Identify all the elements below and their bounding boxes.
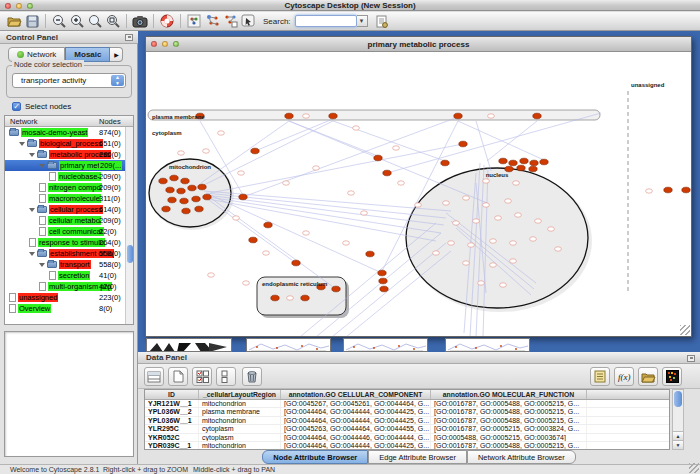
scroll-up-button[interactable]: ▲ — [673, 431, 683, 440]
select-nodes-checkbox[interactable]: ✓ — [12, 102, 21, 111]
tree-row-node-count: 264(0) — [99, 238, 121, 247]
birdseye-view[interactable] — [4, 331, 134, 457]
select-mode-button[interactable] — [239, 13, 257, 29]
tab-node-attribute-browser[interactable]: Node Attribute Browser — [262, 450, 368, 464]
advanced-search-button[interactable] — [373, 13, 391, 29]
tree-row[interactable]: multi-organism pro42(0) — [5, 281, 133, 292]
table-cell: cytoplasm — [199, 434, 281, 441]
tree-row[interactable]: macromolecule311(0) — [5, 193, 133, 204]
disclosure-triangle-icon[interactable] — [39, 164, 45, 168]
table-scrollbar[interactable]: ▲ ▼ — [672, 389, 684, 450]
tree-row[interactable]: nitrogen compo209(0) — [5, 182, 133, 193]
tree-row-node-count: 558(0) — [99, 249, 121, 258]
tree-row[interactable]: cellular process614(0) — [5, 204, 133, 215]
table-cell-filler — [587, 400, 669, 407]
open-file-button[interactable] — [5, 13, 23, 29]
file-icon — [29, 238, 36, 247]
create-attribute-button[interactable] — [168, 367, 188, 386]
disclosure-triangle-icon[interactable] — [29, 208, 35, 212]
column-header[interactable]: annotation.GO MOLECULAR_FUNCTION — [431, 390, 587, 399]
tree-row[interactable]: establishment of lo558(0) — [5, 248, 133, 259]
tree-row-label: mosaic-demo-yeast — [21, 128, 88, 137]
disclosure-triangle-icon[interactable] — [19, 142, 25, 146]
folder-icon — [47, 162, 57, 169]
window-titlebar[interactable]: Cytoscape Desktop (New Session) — [0, 0, 700, 11]
tree-row[interactable]: primary metabo209(... — [5, 160, 133, 171]
table-row[interactable]: YPL036W__2plasma membrane[GO:0044464, GO… — [145, 408, 669, 416]
zoom-selected-button[interactable] — [86, 13, 104, 29]
tree-row[interactable]: secretion41(0) — [5, 270, 133, 281]
tree-row[interactable]: biological_process651(0) — [5, 138, 133, 149]
attribute-table-header[interactable]: ID_cellularLayoutRegionannotation.GO CEL… — [145, 390, 669, 400]
save-session-button[interactable] — [23, 13, 41, 29]
matrix-view-button[interactable] — [662, 367, 682, 386]
zoom-fit-button[interactable] — [104, 13, 122, 29]
delete-attribute-button[interactable] — [242, 367, 262, 386]
tree-row[interactable]: cell communicat22(0) — [5, 226, 133, 237]
network-editor-button[interactable] — [221, 13, 239, 29]
background-window-sliver[interactable] — [445, 338, 530, 352]
table-row[interactable]: YLR295Ccytoplasm[GO:0045263, GO:0044464,… — [145, 425, 669, 433]
tab-network-attribute-browser[interactable]: Network Attribute Browser — [467, 450, 576, 464]
zoom-in-button[interactable] — [68, 13, 86, 29]
background-windows-strip[interactable] — [138, 338, 700, 352]
network-canvas[interactable]: plasma membranecytoplasmmitochondrionnuc… — [146, 53, 691, 336]
background-window-sliver[interactable] — [343, 338, 428, 352]
column-header[interactable]: ID — [145, 390, 199, 399]
tree-row[interactable]: metabolic process280(0) — [5, 149, 133, 160]
network-window-titlebar[interactable]: primary metabolic process — [146, 37, 691, 52]
table-cell: mitochondrion — [199, 400, 281, 407]
select-attributes-button[interactable] — [144, 367, 164, 386]
network-graph[interactable]: plasma membranecytoplasmmitochondrionnuc… — [146, 53, 691, 336]
tree-scrollbar[interactable] — [125, 127, 133, 325]
float-panel-icon[interactable] — [687, 355, 695, 362]
function-builder-button[interactable]: f(x) — [614, 367, 634, 386]
node-color-dropdown[interactable]: transporter activity ▲▼ — [12, 73, 126, 88]
unselect-all-attributes-button[interactable] — [216, 367, 236, 386]
network-tab-icon — [17, 51, 24, 58]
more-tabs-button[interactable]: ▶ — [110, 47, 123, 62]
tree-row[interactable]: transport558(0) — [5, 259, 133, 270]
tree-row[interactable]: cellular metabo209(0) — [5, 215, 133, 226]
search-dropdown-button[interactable]: ▼ — [357, 15, 368, 27]
compartment-label: unassigned — [631, 82, 665, 88]
tree-row[interactable]: unassigned223(0) — [5, 292, 133, 303]
scroll-down-button[interactable]: ▼ — [673, 440, 683, 449]
select-nodes-row: ✓ Select nodes — [12, 102, 71, 111]
status-pan-hint: Middle-click + drag to PAN — [193, 466, 275, 473]
table-row[interactable]: YPL036W__1mitochondrion[GO:0044464, GO:0… — [145, 417, 669, 425]
snapshot-button[interactable] — [131, 13, 149, 29]
table-scrollbar-thumb[interactable] — [674, 391, 682, 407]
network-tree-header[interactable]: Network Nodes — [5, 116, 133, 127]
tree-scrollbar-thumb[interactable] — [127, 245, 133, 263]
disclosure-triangle-icon[interactable] — [29, 252, 35, 256]
window-title: Cytoscape Desktop (New Session) — [0, 1, 700, 10]
tree-row[interactable]: mosaic-demo-yeast874(0) — [5, 127, 133, 138]
column-header[interactable]: _cellularLayoutRegion — [199, 390, 281, 399]
import-attributes-button[interactable] — [638, 367, 658, 386]
column-header[interactable]: annotation.GO CELLULAR_COMPONENT — [281, 390, 431, 399]
zoom-out-button[interactable] — [50, 13, 68, 29]
search-input[interactable] — [295, 15, 357, 27]
tree-row[interactable]: nucleobase-209(0) — [5, 171, 133, 182]
float-panel-icon[interactable] — [125, 34, 133, 41]
disclosure-triangle-icon[interactable] — [39, 263, 45, 267]
app-resize-grip[interactable] — [689, 463, 699, 473]
disclosure-triangle-icon[interactable] — [29, 153, 35, 157]
tab-edge-attribute-browser[interactable]: Edge Attribute Browser — [368, 450, 467, 464]
background-window-sliver[interactable] — [146, 338, 232, 352]
select-all-attributes-button[interactable] — [192, 367, 212, 386]
destroy-network-button[interactable] — [185, 13, 203, 29]
table-row[interactable]: YJR121W__1mitochondrion[GO:0045267, GO:0… — [145, 400, 669, 408]
table-row[interactable]: YKR052Ccytoplasm[GO:0044464, GO:0044446,… — [145, 434, 669, 442]
table-row[interactable]: YDR039C__1mitochondrion[GO:0044464, GO:0… — [145, 442, 669, 450]
background-window-sliver[interactable] — [246, 338, 331, 352]
tree-row-node-count: 42(0) — [99, 282, 117, 291]
window-resize-grip[interactable] — [680, 325, 690, 335]
help-button[interactable] — [158, 13, 176, 29]
tree-row[interactable]: response to stimulu264(0) — [5, 237, 133, 248]
network-view-window[interactable]: primary metabolic process plasma membran… — [145, 36, 692, 337]
tree-row[interactable]: Overview8(0) — [5, 303, 133, 314]
first-neighbors-button[interactable] — [203, 13, 221, 29]
attribute-batch-editor-button[interactable] — [590, 367, 610, 386]
